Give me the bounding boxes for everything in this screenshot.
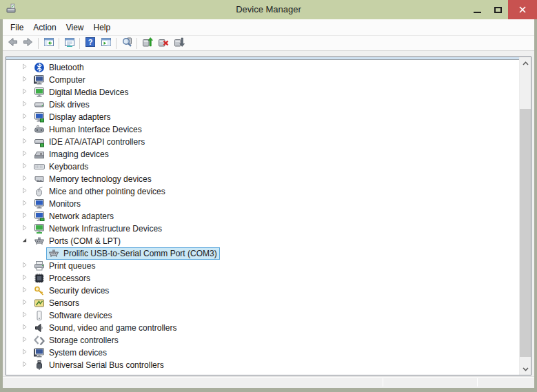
back-button[interactable] xyxy=(4,36,20,50)
tree-item-label[interactable]: Imaging devices xyxy=(48,149,110,160)
maximize-button[interactable] xyxy=(487,0,508,19)
menu-action[interactable]: Action xyxy=(28,21,61,34)
tree-item-label[interactable]: Processors xyxy=(48,273,92,284)
menu-help[interactable]: Help xyxy=(89,21,116,34)
scroll-up-button[interactable] xyxy=(520,57,531,69)
expander-collapsed-icon[interactable] xyxy=(21,349,30,357)
tree-item-label[interactable]: Computer xyxy=(48,74,87,85)
tree-item-label[interactable]: IDE ATA/ATAPI controllers xyxy=(48,136,146,147)
tree-item-display-adapters[interactable]: Display adapters xyxy=(6,111,519,123)
tree-item-memory-technology-devices[interactable]: Memory technology devices xyxy=(6,173,519,185)
partially-scrolled-tree-row[interactable] xyxy=(6,57,519,60)
tree-item-label[interactable]: Sound, video and game controllers xyxy=(48,322,178,333)
expander-collapsed-icon[interactable] xyxy=(21,163,30,171)
tree-item-label[interactable]: Software devices xyxy=(48,310,113,321)
forward-button[interactable] xyxy=(20,36,36,50)
scrollbar-thumb[interactable] xyxy=(520,109,531,357)
tree-item-label[interactable]: Disk drives xyxy=(48,99,91,110)
menu-file[interactable]: File xyxy=(6,21,28,34)
tree-item-ports-com-lpt[interactable]: Ports (COM & LPT) xyxy=(6,235,519,247)
tree-item-label[interactable]: Digital Media Devices xyxy=(48,87,130,98)
minimize-button[interactable] xyxy=(467,0,487,19)
expander-collapsed-icon[interactable] xyxy=(21,274,30,282)
tree-item-label[interactable]: Prolific USB-to-Serial Comm Port (COM3) xyxy=(62,248,219,259)
tree-item-label[interactable]: Display adapters xyxy=(48,112,112,123)
expander-collapsed-icon[interactable] xyxy=(21,88,30,96)
tree-item-digital-media-devices[interactable]: Digital Media Devices xyxy=(6,86,519,99)
tree-item-label[interactable]: Network adapters xyxy=(48,211,115,222)
tree-item-computer[interactable]: Computer xyxy=(6,74,519,86)
expander-collapsed-icon[interactable] xyxy=(21,361,30,369)
disable-button[interactable] xyxy=(171,36,187,50)
security-key-icon xyxy=(34,285,45,296)
scroll-down-button[interactable] xyxy=(520,363,531,375)
tree-item-label[interactable]: Keyboards xyxy=(48,161,90,172)
menu-view[interactable]: View xyxy=(61,21,89,34)
tree-item-ide-ata-atapi-controllers[interactable]: IDE ATA/ATAPI controllers xyxy=(6,136,519,148)
tree-item-label[interactable]: System devices xyxy=(48,347,108,358)
scan-for-hardware-changes-button[interactable] xyxy=(119,36,134,50)
expander-collapsed-icon[interactable] xyxy=(21,138,30,146)
tree-item-label[interactable]: Network Infrastructure Devices xyxy=(48,223,163,234)
selected-item-highlight[interactable]: Prolific USB-to-Serial Comm Port (COM3) xyxy=(46,247,220,260)
expander-collapsed-icon[interactable] xyxy=(21,76,30,84)
vertical-scrollbar[interactable] xyxy=(519,57,531,375)
expander-collapsed-icon[interactable] xyxy=(21,150,30,158)
expander-collapsed-icon[interactable] xyxy=(21,225,30,233)
tree-item-label[interactable]: Human Interface Devices xyxy=(48,124,143,135)
tree-item-label[interactable]: Bluetooth xyxy=(48,62,85,73)
show-hide-action-pane-button[interactable] xyxy=(98,36,114,50)
tree-item-label[interactable]: Ports (COM & LPT) xyxy=(48,236,122,247)
tree-item-keyboards[interactable]: Keyboards xyxy=(6,161,519,173)
tree-item-network-infrastructure-devices[interactable]: Network Infrastructure Devices xyxy=(6,223,519,235)
tree-item-processors[interactable]: Processors xyxy=(6,272,519,285)
update-driver-button[interactable] xyxy=(139,36,155,50)
expander-collapsed-icon[interactable] xyxy=(21,200,30,208)
expander-collapsed-icon[interactable] xyxy=(21,262,30,270)
close-button[interactable] xyxy=(508,0,537,19)
expander-collapsed-icon[interactable] xyxy=(21,324,30,332)
tree-item-label[interactable]: Sensors xyxy=(48,298,81,309)
expander-collapsed-icon[interactable] xyxy=(21,299,30,307)
tree-item-human-interface-devices[interactable]: Human Interface Devices xyxy=(6,123,519,136)
tree-item-label[interactable]: Storage controllers xyxy=(48,335,120,346)
expander-collapsed-icon[interactable] xyxy=(21,212,30,220)
expander-collapsed-icon[interactable] xyxy=(21,287,30,295)
expander-collapsed-icon[interactable] xyxy=(21,175,30,183)
expander-collapsed-icon[interactable] xyxy=(21,187,30,196)
tree-item-label[interactable]: Mice and other pointing devices xyxy=(48,186,167,197)
tree-item-prolific-usb-to-serial-comm-port-com3[interactable]: Prolific USB-to-Serial Comm Port (COM3) xyxy=(6,247,519,260)
tree-item-network-adapters[interactable]: Network adapters xyxy=(6,210,519,223)
tree-item-label[interactable]: Memory technology devices xyxy=(48,174,153,185)
tree-item-label[interactable]: Universal Serial Bus controllers xyxy=(48,360,165,371)
show-hide-console-tree-button[interactable] xyxy=(41,36,57,50)
properties-button[interactable] xyxy=(61,36,77,50)
expander-collapsed-icon[interactable] xyxy=(21,336,30,344)
tree-item-sound-video-and-game-controllers[interactable]: Sound, video and game controllers xyxy=(6,322,519,334)
tree-item-label[interactable]: Print queues xyxy=(48,260,97,271)
tree-item-storage-controllers[interactable]: Storage controllers xyxy=(6,334,519,347)
tree-item-imaging-devices[interactable]: Imaging devices xyxy=(6,148,519,161)
tree-item-software-devices[interactable]: Software devices xyxy=(6,309,519,322)
tree-item-mice-and-other-pointing-devices[interactable]: Mice and other pointing devices xyxy=(6,185,519,198)
uninstall-button[interactable] xyxy=(155,36,171,50)
expander-collapsed-icon[interactable] xyxy=(21,311,30,320)
tree-item-system-devices[interactable]: System devices xyxy=(6,347,519,359)
tree-item-monitors[interactable]: Monitors xyxy=(6,198,519,210)
tree-item-sensors[interactable]: Sensors xyxy=(6,297,519,309)
tree-item-label[interactable]: Security devices xyxy=(48,285,110,296)
expander-collapsed-icon[interactable] xyxy=(21,63,30,72)
expander-collapsed-icon[interactable] xyxy=(21,125,30,134)
tree-item-disk-drives[interactable]: Disk drives xyxy=(6,99,519,111)
tree-item-print-queues[interactable]: Print queues xyxy=(6,260,519,272)
expander-expanded-icon[interactable] xyxy=(21,237,30,245)
expander-collapsed-icon[interactable] xyxy=(21,101,30,109)
help-button[interactable]: ? xyxy=(82,36,98,50)
storage-icon xyxy=(34,335,45,346)
tree-item-label[interactable]: Monitors xyxy=(48,198,82,209)
title-bar[interactable]: Device Manager xyxy=(0,0,537,19)
tree-item-bluetooth[interactable]: Bluetooth xyxy=(6,61,519,74)
tree-item-security-devices[interactable]: Security devices xyxy=(6,285,519,297)
tree-item-universal-serial-bus-controllers[interactable]: Universal Serial Bus controllers xyxy=(6,359,519,371)
expander-collapsed-icon[interactable] xyxy=(21,113,30,121)
